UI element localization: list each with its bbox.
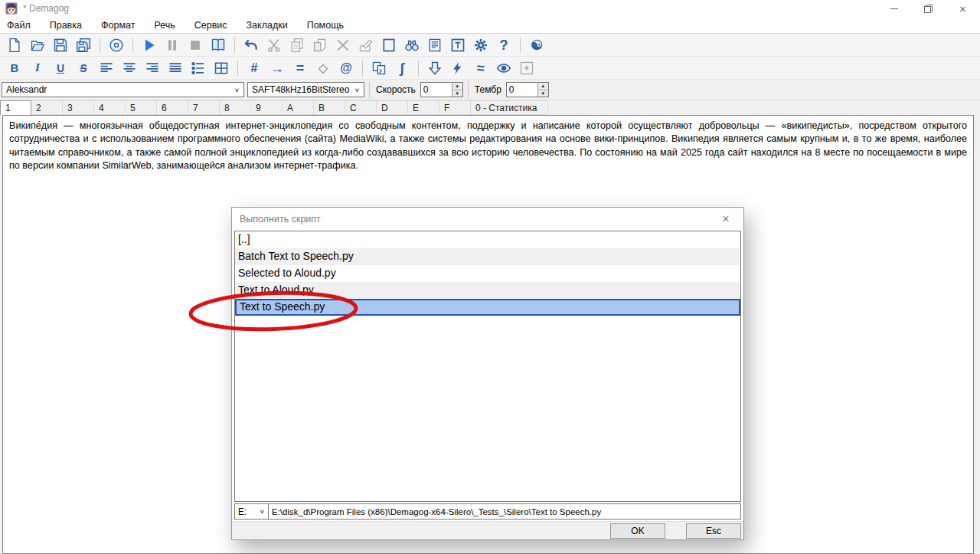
find-binoculars-button[interactable] — [400, 35, 423, 55]
script-list-item[interactable]: Text to Speech.py — [235, 299, 740, 316]
speed-input[interactable] — [421, 83, 452, 97]
underline-icon: U — [57, 63, 64, 74]
script-list-item[interactable]: Batch Text to Speech.py — [235, 248, 740, 265]
path-row: E: ∨ — [234, 503, 741, 520]
script-list-item[interactable]: Selected to Aloud.py — [235, 265, 740, 282]
bold-button[interactable]: B — [3, 58, 26, 78]
italic-button[interactable]: I — [26, 58, 49, 78]
arrow-down-outline-button[interactable] — [423, 58, 446, 78]
timbre-up-button[interactable]: ▲ — [538, 83, 548, 90]
close-icon[interactable]: × — [946, 0, 980, 17]
menu-item-speech[interactable]: Речь — [154, 20, 175, 31]
delete-icon — [335, 38, 351, 53]
toolbar-separator — [418, 61, 419, 76]
save-icon — [53, 38, 68, 53]
find-binoculars-icon — [404, 38, 420, 53]
underline-button[interactable]: U — [49, 58, 72, 78]
speed-up-button[interactable]: ▲ — [452, 83, 462, 90]
window-title: * Demagog — [23, 3, 69, 14]
timbre-down-button[interactable]: ▼ — [538, 90, 548, 97]
hash-button[interactable]: # — [243, 58, 266, 78]
main-toolbar: ?☯ — [0, 34, 980, 57]
open-folder-button[interactable] — [26, 35, 49, 55]
menu-item-file[interactable]: Файл — [7, 20, 31, 31]
script-list-item[interactable]: Text to Aloud.py — [235, 282, 740, 299]
swap-pages-button[interactable] — [368, 58, 390, 78]
ok-button[interactable]: OK — [610, 523, 665, 539]
voice-bar: Aleksandr ∨ SAFT48kHz16BitStereo ∨ Скоро… — [0, 80, 980, 100]
window-titlebar[interactable]: * Demagog × — [0, 0, 980, 17]
tab-7[interactable]: 7 — [188, 100, 220, 115]
approx-button[interactable]: ≈ — [469, 58, 492, 78]
table-button[interactable] — [210, 58, 233, 78]
esc-button[interactable]: Esc — [686, 523, 741, 539]
equals-button[interactable]: = — [289, 58, 312, 78]
timbre-input[interactable] — [507, 83, 537, 97]
tab-6[interactable]: 6 — [157, 100, 188, 115]
settings-gear-button[interactable] — [469, 35, 492, 55]
eye-button[interactable] — [492, 58, 515, 78]
tab-a[interactable]: A — [283, 100, 314, 115]
tab-statistics[interactable]: 0 - Статистика — [471, 100, 548, 115]
lightning-button[interactable] — [446, 58, 469, 78]
dialog-titlebar[interactable]: Выполнить скрипт × — [232, 208, 743, 231]
arrow-right-button[interactable]: → — [266, 58, 289, 78]
tab-b[interactable]: B — [314, 100, 345, 115]
save-button[interactable] — [49, 35, 72, 55]
script-path-input[interactable] — [269, 503, 741, 520]
open-folder-icon — [30, 38, 45, 53]
chevron-down-icon: ∨ — [234, 87, 240, 93]
timbre-stepper: ▲ ▼ — [506, 82, 549, 97]
align-left-button[interactable] — [95, 58, 118, 78]
tab-9[interactable]: 9 — [251, 100, 283, 115]
restore-icon[interactable] — [911, 0, 946, 17]
menu-item-service[interactable]: Сервис — [194, 20, 227, 31]
tab-f[interactable]: F — [439, 100, 471, 115]
text-block-button[interactable] — [446, 35, 469, 55]
tab-4[interactable]: 4 — [94, 100, 126, 115]
bullet-list-button[interactable] — [187, 58, 210, 78]
drive-select[interactable]: E: ∨ — [234, 503, 269, 520]
save-all-button[interactable] — [72, 35, 95, 55]
pause-icon — [165, 38, 180, 53]
voice-select[interactable]: Aleksandr ∨ — [2, 82, 244, 97]
script-list: [..]Batch Text to Speech.pySelected to A… — [234, 231, 741, 502]
speed-down-button[interactable]: ▼ — [452, 90, 462, 97]
undo-button[interactable] — [240, 35, 263, 55]
integral-button[interactable]: ∫ — [390, 58, 413, 78]
align-justify-button[interactable] — [164, 58, 187, 78]
stop-icon — [188, 38, 203, 53]
frame-button[interactable] — [377, 35, 400, 55]
at-sign-button[interactable]: @ — [335, 58, 358, 78]
tab-5[interactable]: 5 — [126, 100, 157, 115]
settings-gear-icon — [473, 38, 488, 53]
document-lines-button[interactable] — [423, 35, 446, 55]
menu-item-edit[interactable]: Правка — [50, 20, 82, 31]
toolbar-separator — [362, 61, 363, 76]
tab-3[interactable]: 3 — [63, 100, 94, 115]
tab-d[interactable]: D — [377, 100, 408, 115]
minimize-icon[interactable] — [877, 0, 911, 17]
script-list-item[interactable]: [..] — [235, 231, 740, 248]
new-document-button[interactable] — [3, 35, 26, 55]
read-book-button[interactable] — [207, 35, 230, 55]
help-button[interactable]: ? — [492, 35, 515, 55]
menu-item-bookmarks[interactable]: Закладки — [247, 20, 288, 31]
align-right-button[interactable] — [141, 58, 164, 78]
tab-e[interactable]: E — [408, 100, 439, 115]
tab-1[interactable]: 1 — [0, 100, 31, 115]
align-center-button[interactable] — [118, 58, 141, 78]
audio-format-select[interactable]: SAFT48kHz16BitStereo ∨ — [247, 82, 364, 97]
strikethrough-button[interactable]: S — [72, 58, 95, 78]
menu-item-format[interactable]: Формат — [101, 20, 135, 31]
play-button[interactable] — [138, 35, 161, 55]
tab-2[interactable]: 2 — [31, 100, 63, 115]
yin-yang-button[interactable]: ☯ — [525, 35, 548, 55]
dialog-close-icon[interactable]: × — [716, 212, 736, 226]
disc-button[interactable] — [105, 35, 128, 55]
pause-button — [161, 35, 184, 55]
tab-c[interactable]: C — [345, 100, 377, 115]
menu-item-help[interactable]: Помощь — [307, 20, 344, 31]
tab-8[interactable]: 8 — [220, 100, 251, 115]
undo-icon — [243, 38, 259, 53]
